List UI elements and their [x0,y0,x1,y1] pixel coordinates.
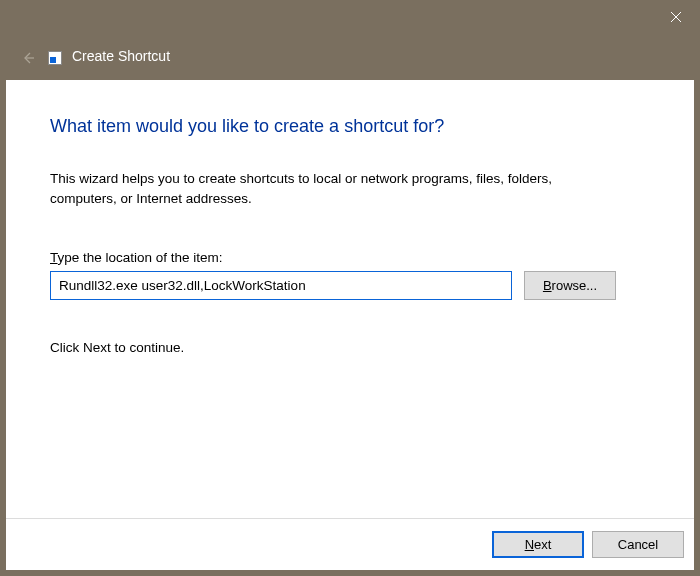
shortcut-icon [48,51,62,65]
back-arrow-icon [16,46,40,70]
browse-button[interactable]: Browse... [524,271,616,300]
footer-button-row: Next Cancel [6,518,694,570]
location-input-row: Browse... [50,271,650,300]
window-title: Create Shortcut [72,48,170,64]
client-area: What item would you like to create a sho… [6,80,694,570]
content-panel: What item would you like to create a sho… [6,80,694,518]
next-button[interactable]: Next [492,531,584,558]
wizard-description: This wizard helps you to create shortcut… [50,169,610,208]
continue-hint: Click Next to continue. [50,340,650,355]
cancel-button[interactable]: Cancel [592,531,684,558]
close-icon [670,11,682,23]
location-input-label: Type the location of the item: [50,250,650,265]
location-input[interactable] [50,271,512,300]
title-bar: Create Shortcut [0,0,700,80]
close-button[interactable] [652,0,700,34]
page-heading: What item would you like to create a sho… [50,116,650,137]
